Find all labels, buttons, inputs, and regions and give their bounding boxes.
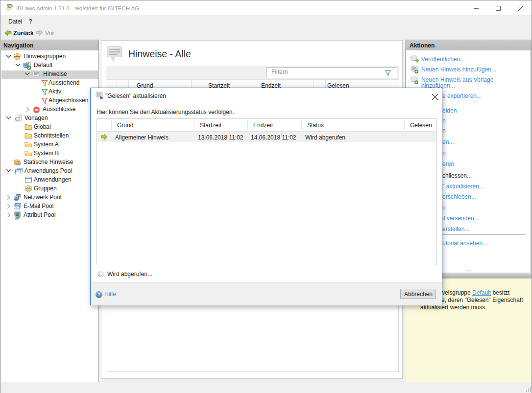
svg-text:?: ? (97, 292, 100, 297)
